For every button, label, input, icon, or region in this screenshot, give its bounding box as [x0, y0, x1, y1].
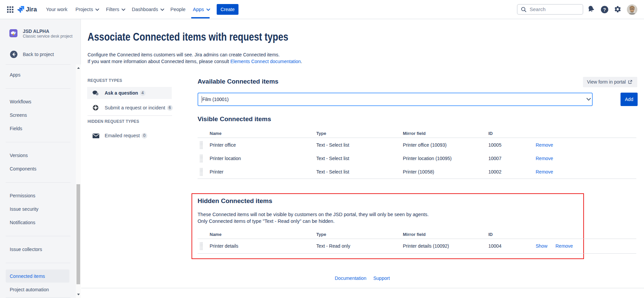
- svg-text:?: ?: [603, 7, 606, 12]
